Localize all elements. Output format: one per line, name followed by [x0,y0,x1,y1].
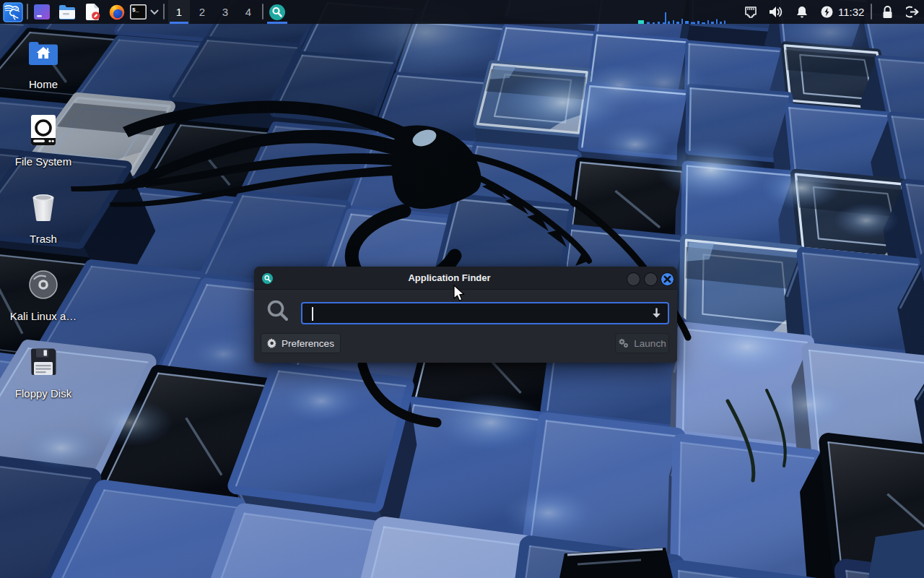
svg-text:$_: $_ [132,7,139,13]
